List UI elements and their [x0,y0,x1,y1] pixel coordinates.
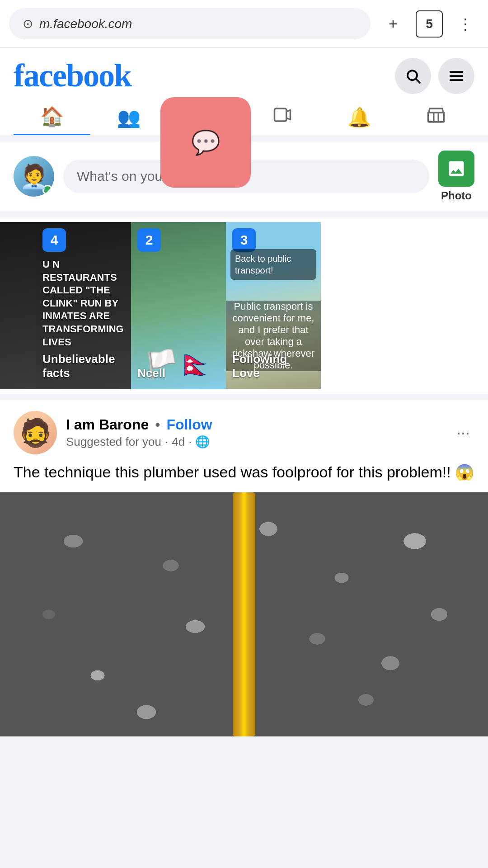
photo-label: Photo [441,189,472,202]
story-label-3: Following Love [232,352,314,380]
add-tab-button[interactable]: + [380,10,407,38]
story-overlay-3: Back to public transport! [230,249,316,280]
post-text: The technique this plumber used was fool… [0,462,488,492]
post-user-name-row: I am Barone • Follow [66,416,443,433]
messenger-bubble[interactable]: 💬 [160,97,251,188]
story-card-1[interactable]: 4 U N RESTAURANTS CALLED "THE CLINK" RUN… [36,222,131,389]
pipe-element [233,492,255,736]
menu-button[interactable] [438,58,474,94]
nav-friends[interactable]: 👥 [90,100,167,135]
stories-section: 4 U N RESTAURANTS CALLED "THE CLINK" RUN… [0,217,488,394]
messenger-icon: 💬 [191,129,221,156]
friends-icon: 👥 [117,106,141,128]
story-badge-1: 4 [42,228,66,252]
svg-rect-5 [275,108,286,121]
post-name-dot: • [155,416,160,433]
post-author-name[interactable]: I am Barone [66,416,149,433]
photo-button[interactable]: Photo [438,151,474,202]
store-icon [427,105,446,129]
tab-count-button[interactable]: 5 [416,10,443,38]
nav-store[interactable] [398,99,474,135]
browser-chrome: ⊙ m.facebook.com + 5 ⋮ [0,0,488,48]
nav-video[interactable] [244,99,321,135]
header-actions [395,58,474,94]
story-card-2[interactable]: 2 🏳️🇳🇵 Ncell [131,222,226,389]
post-follow-button[interactable]: Follow [166,416,212,433]
facebook-header: facebook 🏠 👥 [0,48,488,135]
post-dot-1: · [165,435,168,449]
user-avatar[interactable] [14,156,54,197]
post-dot-2: · [188,435,192,449]
story-card-partial[interactable] [0,222,36,389]
post-suggested: Suggested for you [66,435,161,449]
url-text: m.facebook.com [39,17,132,31]
story-label-2: Ncell [137,366,220,380]
facebook-nav: 🏠 👥 💬 🔔 [14,99,474,135]
post-globe-icon: 🌐 [195,435,210,449]
svg-line-1 [416,79,420,82]
nav-notifications[interactable]: 🔔 [321,100,398,135]
stories-row: 4 U N RESTAURANTS CALLED "THE CLINK" RUN… [0,222,488,389]
url-bar[interactable]: ⊙ m.facebook.com [9,8,371,39]
post-header: I am Barone • Follow Suggested for you ·… [0,400,488,462]
svg-rect-6 [428,113,444,122]
post-author-avatar[interactable] [14,411,57,454]
home-icon: 🏠 [40,105,64,127]
video-icon [273,105,292,129]
nav-home[interactable]: 🏠 [14,99,90,135]
search-button[interactable] [395,58,431,94]
bell-icon: 🔔 [347,106,371,128]
story-label-1: Unbelievable facts [42,352,125,380]
post-meta: Suggested for you · 4d · 🌐 [66,435,443,449]
post-user-info: I am Barone • Follow Suggested for you ·… [66,416,443,449]
nav-messenger[interactable]: 💬 [167,111,244,123]
online-indicator [42,185,52,195]
post-card: I am Barone • Follow Suggested for you ·… [0,400,488,736]
photo-icon [438,151,474,187]
story-card-3[interactable]: 3 Back to public transport! Public trans… [226,222,321,389]
header-top: facebook [14,57,474,94]
story-badge-3: 3 [232,228,256,252]
story-badge-2: 2 [137,228,161,252]
more-options-button[interactable]: ⋮ [452,10,479,38]
post-time: 4d [172,435,185,449]
post-image [0,492,488,736]
facebook-logo: facebook [14,57,131,94]
post-more-button[interactable]: ··· [452,419,474,447]
url-bar-icon: ⊙ [23,16,33,31]
story-text-1: U N RESTAURANTS CALLED "THE CLINK" RUN B… [42,258,125,349]
